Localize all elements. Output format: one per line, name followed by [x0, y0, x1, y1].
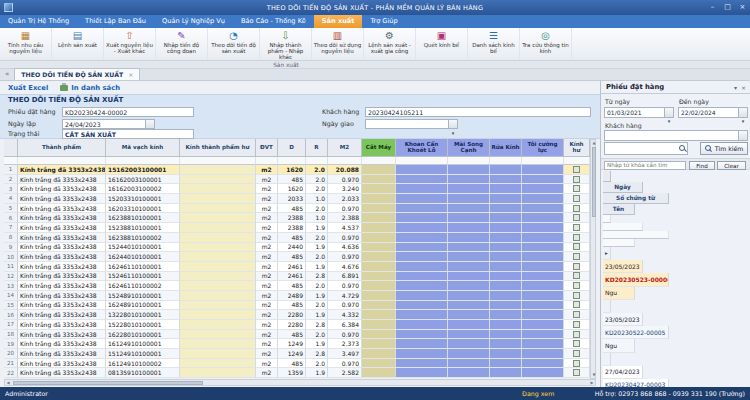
- table-row[interactable]: 16Kính trắng đã 3353x243813228010100001m…: [4, 310, 590, 320]
- column-header-r[interactable]: R: [306, 139, 328, 157]
- menu-tab-4[interactable]: Báo Cáo - Thống Kê: [233, 15, 314, 28]
- column-header-toi[interactable]: Tôi cường lực: [522, 139, 564, 157]
- den-ngay-dropdown-icon[interactable]: [739, 107, 748, 118]
- column-header-barcode[interactable]: Mã vạch kính: [106, 139, 180, 157]
- kinh-hu-checkbox[interactable]: [573, 272, 580, 279]
- table-row[interactable]: 21Kính trắng đã 3353x243816124910100002m…: [4, 359, 590, 369]
- side-row-indicator-header[interactable]: [603, 171, 611, 182]
- kinh-hu-checkbox[interactable]: [573, 243, 580, 250]
- khach-hang-field[interactable]: [365, 107, 591, 117]
- table-row[interactable]: 12Kính trắng đã 3353x243815246110100001m…: [4, 272, 590, 282]
- ribbon-button-calculator[interactable]: ▦Tính nhu cầu nguyên liệu: [0, 28, 52, 60]
- table-row[interactable]: 20Kính trắng đã 3353x243815124910100001m…: [4, 349, 590, 359]
- panel-close-icon[interactable]: ×: [741, 84, 746, 91]
- table-row[interactable]: 8Kính trắng đã 3353x243816238810100002m2…: [4, 233, 590, 243]
- horizontal-scrollbar[interactable]: ◀ ▶: [4, 379, 596, 386]
- side-khach-hang-field[interactable]: [604, 130, 739, 141]
- kinh-hu-checkbox[interactable]: [573, 214, 580, 221]
- ribbon-button-glass-lookup[interactable]: ◎Tra cứu thông tin kính: [520, 28, 572, 60]
- kinh-hu-checkbox[interactable]: [573, 263, 580, 270]
- find-input[interactable]: [604, 161, 686, 170]
- kinh-hu-checkbox[interactable]: [573, 234, 580, 241]
- filter-cell[interactable]: [306, 157, 328, 165]
- table-row[interactable]: 17Kính trắng đã 3353x243815228010100001m…: [4, 320, 590, 330]
- trang-thai-field[interactable]: [62, 129, 194, 139]
- tab-nav-back-icon[interactable]: «: [0, 68, 14, 80]
- column-header-mai[interactable]: Mài Song Cạnh: [448, 139, 490, 157]
- phieu-dat-hang-field[interactable]: [62, 107, 194, 117]
- side-column-header-name[interactable]: Tên: [603, 204, 635, 215]
- close-button[interactable]: ×: [735, 0, 750, 15]
- row-indicator-header[interactable]: [4, 139, 18, 157]
- filter-cell[interactable]: [448, 157, 490, 165]
- menu-tab-5[interactable]: Sản xuất: [314, 15, 363, 28]
- table-row[interactable]: 10Kính trắng đã 3353x243816244010100001m…: [4, 252, 590, 262]
- column-header-rua[interactable]: Rửa Kính: [490, 139, 522, 157]
- menu-tab-2[interactable]: Thiết Lập Ban Đầu: [77, 15, 154, 28]
- kinh-hu-checkbox[interactable]: [573, 253, 580, 260]
- ribbon-button-outsourcing-order[interactable]: ⚙Lệnh sản xuất - xuất gia công: [364, 28, 416, 60]
- filter-cell[interactable]: [564, 157, 590, 165]
- tu-ngay-dropdown-icon[interactable]: [665, 107, 674, 118]
- find-button[interactable]: Find: [689, 161, 715, 170]
- ribbon-button-scan-broken-glass[interactable]: ▣Quét kính bể: [416, 28, 468, 60]
- table-row[interactable]: 6Kính trắng đã 3353x243816238810100001m2…: [4, 213, 590, 223]
- ribbon-button-import-goods[interactable]: ⇩Nhập thành phẩm - Nhập khác: [260, 28, 312, 60]
- column-header-kinh_hu[interactable]: Kính hư: [564, 139, 590, 157]
- ngay-lap-field[interactable]: [62, 119, 146, 129]
- table-row[interactable]: 7Kính trắng đã 3353x243815238810100001m2…: [4, 223, 590, 233]
- filter-cell[interactable]: [278, 157, 306, 165]
- export-excel-link[interactable]: Xuất Excel: [8, 84, 48, 92]
- column-header-dvt[interactable]: ĐVT: [256, 139, 278, 157]
- table-row[interactable]: 18Kính trắng đã 3353x243816228010100001m…: [4, 330, 590, 340]
- ribbon-button-broken-glass-list[interactable]: ☰Danh sách kính bể: [468, 28, 520, 60]
- kinh-hu-checkbox[interactable]: [573, 331, 580, 338]
- filter-cell[interactable]: [106, 157, 180, 165]
- kinh-hu-checkbox[interactable]: [573, 166, 580, 173]
- menu-tab-1[interactable]: Quản Trị Hệ Thống: [0, 15, 77, 28]
- kinh-hu-checkbox[interactable]: [573, 350, 580, 357]
- filter-cell[interactable]: [256, 157, 278, 165]
- table-row[interactable]: 15Kính trắng đã 3353x243816248910100001m…: [4, 301, 590, 311]
- ribbon-button-material-usage[interactable]: ▥Theo dõi sử dụng nguyên liệu: [312, 28, 364, 60]
- kinh-hu-checkbox[interactable]: [573, 224, 580, 231]
- ngay-lap-dropdown-icon[interactable]: [146, 119, 155, 129]
- kinh-hu-checkbox[interactable]: [573, 185, 580, 192]
- tab-close-icon[interactable]: ×: [128, 71, 133, 78]
- kinh-hu-checkbox[interactable]: [573, 282, 580, 289]
- side-filter-cell[interactable]: [603, 223, 643, 231]
- kinh-hu-checkbox[interactable]: [573, 321, 580, 328]
- side-search-input[interactable]: [604, 142, 688, 155]
- column-header-tp_hu[interactable]: Kính thành phẩm hư: [180, 139, 256, 157]
- kinh-hu-checkbox[interactable]: [573, 176, 580, 183]
- kinh-hu-checkbox[interactable]: [573, 311, 580, 318]
- filter-cell[interactable]: [4, 157, 18, 165]
- filter-cell[interactable]: [522, 157, 564, 165]
- column-header-m2[interactable]: M2: [328, 139, 362, 157]
- list-item[interactable]: 23/05/2023KD20230522-00005Ngu: [603, 300, 749, 353]
- den-ngay-field[interactable]: [678, 107, 739, 118]
- side-filter-cell[interactable]: [603, 215, 611, 223]
- side-column-header-date[interactable]: Ngày: [603, 182, 643, 193]
- ngay-giao-field[interactable]: [365, 119, 449, 129]
- khach-hang-dropdown-icon[interactable]: [739, 130, 748, 141]
- column-header-product[interactable]: Thành phẩm: [18, 139, 106, 157]
- table-row[interactable]: 1Kính trắng đã 3353x243815162003100001m2…: [4, 165, 590, 175]
- column-header-d[interactable]: D: [278, 139, 306, 157]
- filter-cell[interactable]: [396, 157, 448, 165]
- table-row[interactable]: 9Kính trắng đã 3353x243815244010100001m2…: [4, 243, 590, 253]
- kinh-hu-checkbox[interactable]: [573, 195, 580, 202]
- table-row[interactable]: 3Kính trắng đã 3353x243816162003100002m2…: [4, 184, 590, 194]
- kinh-hu-checkbox[interactable]: [573, 301, 580, 308]
- menu-tab-3[interactable]: Quản Lý Nghiệp Vụ: [154, 15, 233, 28]
- kinh-hu-checkbox[interactable]: [573, 292, 580, 299]
- table-row[interactable]: 19Kính trắng đã 3353x243816124910100001m…: [4, 339, 590, 349]
- filter-cell[interactable]: [18, 157, 106, 165]
- ngay-giao-dropdown-icon[interactable]: [449, 119, 458, 129]
- filter-cell[interactable]: [180, 157, 256, 165]
- pin-icon[interactable]: ▾: [734, 84, 737, 91]
- ribbon-button-track-progress[interactable]: ◔Theo dõi tiến độ sản xuất: [208, 28, 260, 60]
- table-row[interactable]: 2Kính trắng đã 3353x243816162003100001m2…: [4, 175, 590, 185]
- print-list-link[interactable]: In danh sách: [60, 84, 120, 92]
- side-column-header-code[interactable]: Số chứng từ: [603, 193, 669, 204]
